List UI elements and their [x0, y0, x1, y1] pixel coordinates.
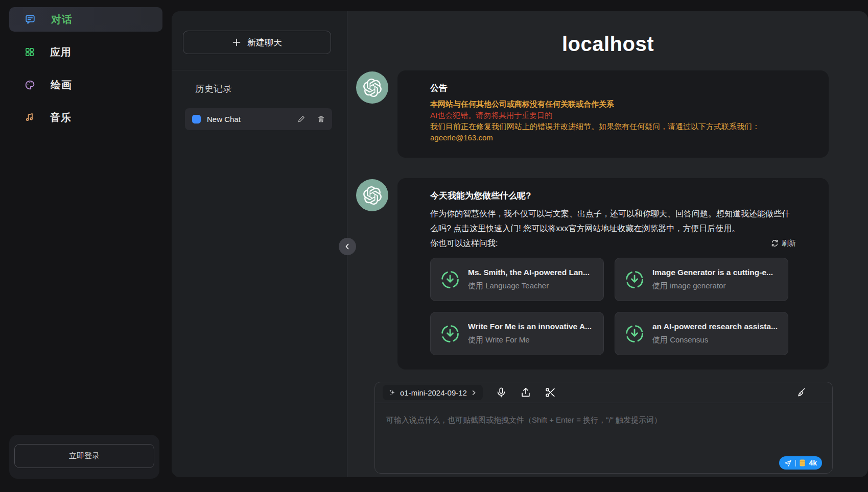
welcome-body: 作为你的智慧伙伴，我不仅可以写文案、出点子，还可以和你聊天、回答问题。想知道我还… [430, 206, 796, 236]
sidebar-item-chat[interactable]: 对话 [9, 7, 162, 32]
sidebar-nav: 对话 应用 绘画 [0, 0, 172, 130]
upload-file-button[interactable] [520, 386, 532, 399]
trash-icon [317, 115, 325, 123]
refresh-suggestions-button[interactable]: 刷新 [771, 239, 796, 248]
refresh-icon [771, 239, 779, 247]
send-button[interactable]: 4k [779, 456, 822, 470]
suggestion-cards: Ms. Smith, the AI-powered Lan... 使用 Lang… [430, 258, 796, 355]
message-announcement: 公告 本网站与任何其他公司或商标没有任何关联或合作关系 AI也会犯错。请勿将其用… [356, 70, 829, 158]
scissors-icon [545, 387, 556, 398]
openai-logo-icon [363, 186, 382, 205]
token-coin-icon [800, 459, 805, 466]
chevron-right-icon [471, 390, 477, 396]
suggestion-title: Image Generator is a cutting-e... [652, 268, 773, 277]
sidebar-item-label: 绘画 [51, 78, 72, 92]
token-count: 4k [809, 459, 817, 467]
palette-icon [25, 80, 35, 90]
suggestion-card[interactable]: Write For Me is an innovative A... 使用 Wr… [430, 312, 604, 355]
composer-toolbar: o1-mini-2024-09-12 [375, 382, 832, 403]
panel-divider [172, 70, 347, 70]
sparkles-icon [389, 389, 396, 396]
announcement-heading: 公告 [430, 83, 796, 94]
delete-chat-button[interactable] [317, 115, 325, 123]
suggestion-subtitle: 使用 image generator [652, 281, 773, 291]
suggestion-card[interactable]: Image Generator is a cutting-e... 使用 ima… [615, 258, 788, 301]
assistant-avatar [356, 71, 388, 104]
announcement-line-2: AI也会犯错。请勿将其用于重要目的 [430, 110, 796, 121]
clear-context-button[interactable] [794, 386, 807, 399]
login-button[interactable]: 立即登录 [14, 444, 154, 468]
pencil-icon [297, 115, 305, 123]
badge-divider [795, 460, 796, 466]
chat-list-panel: 新建聊天 历史记录 New Chat [172, 11, 347, 477]
contact-email-link[interactable]: ageerle@163.com [430, 133, 493, 142]
chat-area: localhost 公告 本网站与任何其他公司或商标没有任何关联或合作关系 AI… [348, 11, 868, 477]
sidebar-item-label: 应用 [50, 45, 72, 59]
history-heading: 历史记录 [195, 83, 232, 95]
new-chat-label: 新建聊天 [247, 37, 282, 48]
sidebar: 对话 应用 绘画 [0, 0, 172, 492]
message-welcome: 今天我能为您做些什么呢? 作为你的智慧伙伴，我不仅可以写文案、出点子，还可以和你… [356, 178, 829, 370]
collapse-panel-button[interactable] [339, 238, 356, 255]
sidebar-item-draw[interactable]: 绘画 [9, 72, 162, 97]
main-window: 新建聊天 历史记录 New Chat [172, 11, 868, 477]
chat-item-title: New Chat [207, 115, 291, 124]
sidebar-item-label: 音乐 [50, 111, 72, 125]
suggestion-card[interactable]: an AI-powered research assista... 使用 Con… [615, 312, 788, 355]
refresh-label: 刷新 [782, 239, 796, 248]
chat-input[interactable] [375, 403, 832, 473]
openai-logo-icon [363, 79, 382, 97]
chat-list-item[interactable]: New Chat [185, 108, 332, 130]
broom-icon [795, 387, 807, 399]
download-circle-icon [624, 269, 645, 290]
voice-input-button[interactable] [495, 386, 507, 399]
composer: o1-mini-2024-09-12 [374, 382, 833, 474]
music-note-icon [25, 112, 35, 122]
sidebar-item-label: 对话 [51, 13, 73, 27]
announcement-line-3: 我们目前正在修复我们网站上的错误并改进细节。如果您有任何疑问，请通过以下方式联系… [430, 121, 796, 132]
welcome-heading: 今天我能为您做些什么呢? [430, 190, 796, 202]
model-label: o1-mini-2024-09-12 [400, 388, 467, 397]
plus-icon [232, 38, 241, 47]
chat-color-dot [192, 115, 201, 124]
suggestion-card[interactable]: Ms. Smith, the AI-powered Lan... 使用 Lang… [430, 258, 604, 301]
suggestion-title: an AI-powered research assista... [652, 322, 778, 331]
input-zone: 4k [375, 403, 832, 473]
download-circle-icon [440, 269, 460, 290]
assistant-avatar [356, 179, 388, 211]
announcement-line-1: 本网站与任何其他公司或商标没有任何关联或合作关系 [430, 99, 796, 110]
suggestion-subtitle: 使用 Language Teacher [468, 281, 590, 291]
apps-grid-icon [25, 47, 35, 57]
download-circle-icon [624, 324, 645, 344]
send-plane-icon [784, 459, 792, 467]
welcome-bubble: 今天我能为您做些什么呢? 作为你的智慧伙伴，我不仅可以写文案、出点子，还可以和你… [397, 178, 829, 370]
upload-icon [520, 387, 531, 398]
suggestion-title: Ms. Smith, the AI-powered Lan... [468, 268, 590, 277]
microphone-icon [496, 387, 507, 398]
chevron-left-icon [343, 242, 351, 251]
suggestion-subtitle: 使用 Consensus [652, 335, 778, 345]
ask-hint: 你也可以这样问我: [430, 236, 498, 251]
screenshot-button[interactable] [544, 386, 556, 399]
edit-chat-button[interactable] [297, 115, 305, 123]
model-selector[interactable]: o1-mini-2024-09-12 [383, 385, 483, 400]
announcement-bubble: 公告 本网站与任何其他公司或商标没有任何关联或合作关系 AI也会犯错。请勿将其用… [397, 70, 829, 158]
sidebar-item-apps[interactable]: 应用 [9, 40, 162, 64]
login-card: 立即登录 [9, 435, 159, 479]
sidebar-item-music[interactable]: 音乐 [9, 105, 162, 130]
download-circle-icon [440, 324, 460, 344]
suggestion-subtitle: 使用 Write For Me [468, 335, 592, 345]
new-chat-button[interactable]: 新建聊天 [183, 31, 331, 54]
chat-bubble-icon [25, 14, 36, 25]
page-title: localhost [348, 33, 868, 56]
suggestion-title: Write For Me is an innovative A... [468, 322, 592, 331]
